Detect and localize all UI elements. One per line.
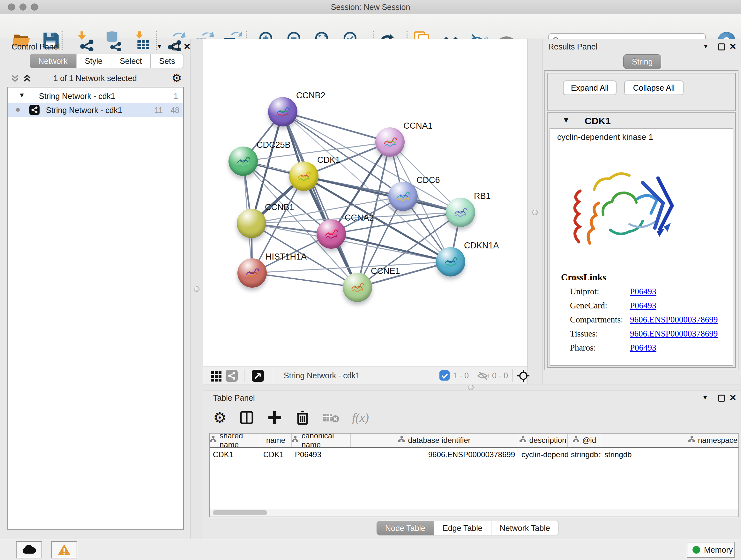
column-label: name bbox=[266, 436, 285, 445]
results-panel-close-icon[interactable]: ✕ bbox=[729, 42, 737, 52]
network-edge-count: 48 bbox=[171, 106, 179, 115]
column-header-namespace[interactable]: namespace bbox=[601, 434, 739, 447]
fit-selected-crosshair-icon[interactable] bbox=[517, 369, 530, 382]
protein-ribbon-thumb bbox=[440, 252, 461, 271]
node-RB1[interactable] bbox=[446, 198, 475, 227]
import-network-from-database-button[interactable] bbox=[103, 30, 124, 51]
table-header-row: shared namenamecanonical namedatabase id… bbox=[210, 434, 738, 448]
birdseye-view-icon[interactable] bbox=[252, 370, 264, 382]
node-CDK1[interactable] bbox=[289, 162, 319, 191]
selected-node-edge-counts: 1 - 0 bbox=[453, 371, 469, 380]
table-cell: CDK1 bbox=[210, 450, 260, 459]
column-header-sharedname[interactable]: shared name bbox=[210, 434, 260, 447]
crosslink-value[interactable]: 9606.ENSP00000378699 bbox=[630, 315, 718, 325]
main-toolbar: ? bbox=[0, 14, 741, 39]
hidden-eye-icon[interactable] bbox=[477, 371, 490, 381]
results-panel-menu-icon[interactable]: ▾ bbox=[704, 42, 708, 51]
crosslink-value[interactable]: P06493 bbox=[630, 287, 657, 297]
node-label-RB1: RB1 bbox=[474, 191, 491, 201]
bottom-splitter[interactable] bbox=[203, 384, 741, 390]
node-CCNA2[interactable] bbox=[317, 219, 346, 249]
node-label-CCNA1: CCNA1 bbox=[403, 121, 433, 131]
collection-expand-icon[interactable]: ▼ bbox=[18, 91, 25, 99]
tab-network[interactable]: Network bbox=[30, 54, 76, 68]
column-header-canonicalname[interactable]: canonical name bbox=[292, 434, 351, 447]
column-header-description[interactable]: description bbox=[518, 434, 568, 447]
table-panel-title: Table Panel bbox=[213, 393, 255, 402]
node-CDC25B[interactable] bbox=[228, 146, 258, 176]
network-row-selected[interactable]: String Network - cdk1 11 48 bbox=[8, 103, 183, 117]
network-collection-row[interactable]: ▼ String Network - cdk1 1 bbox=[8, 89, 183, 103]
warnings-button[interactable] bbox=[51, 541, 77, 558]
tab-select[interactable]: Select bbox=[111, 54, 150, 68]
control-panel-float-icon[interactable] bbox=[172, 44, 179, 51]
tab-network-table[interactable]: Network Table bbox=[491, 521, 559, 536]
right-splitter[interactable] bbox=[527, 39, 542, 384]
network-canvas[interactable]: CCNB2CCNA1CDC25BCDK1CDC6RB1CCNB1CCNA2CDK… bbox=[203, 39, 527, 367]
delete-column-icon[interactable] bbox=[295, 410, 310, 425]
show-columns-icon[interactable] bbox=[239, 410, 254, 425]
cloud-status-button[interactable] bbox=[16, 541, 42, 558]
tab-edge-table[interactable]: Edge Table bbox=[434, 521, 491, 536]
node-CCNE1[interactable] bbox=[343, 273, 372, 302]
add-column-icon[interactable] bbox=[267, 410, 282, 425]
column-header-databaseidentifier[interactable]: database identifier bbox=[351, 434, 518, 447]
control-panel-close-icon[interactable]: ✕ bbox=[184, 42, 191, 52]
table-horizontal-scrollbar[interactable] bbox=[210, 509, 738, 516]
import-table-button[interactable] bbox=[132, 30, 153, 51]
table-panel-float-icon[interactable] bbox=[718, 395, 725, 401]
node-CDC6[interactable] bbox=[388, 182, 418, 211]
collection-count: 1 bbox=[174, 91, 178, 101]
network-options-gear-icon[interactable]: ⚙ bbox=[172, 71, 182, 85]
node-CCNB2[interactable] bbox=[268, 97, 297, 126]
table-panel-menu-icon[interactable]: ▾ bbox=[703, 393, 707, 401]
edge-CCNB2-CCNA1[interactable] bbox=[283, 112, 390, 142]
memory-button[interactable]: Memory bbox=[687, 542, 735, 558]
protein-ribbon-thumb bbox=[347, 277, 368, 297]
delete-table-icon[interactable] bbox=[323, 411, 339, 424]
edge-CDKN1A-HIST1H1A[interactable] bbox=[252, 262, 451, 273]
table-row[interactable]: CDK1CDK1P064939606.ENSP00000378699cyclin… bbox=[210, 448, 738, 462]
right-splitter-knob[interactable] bbox=[532, 210, 538, 215]
function-builder-icon[interactable]: f(x) bbox=[352, 411, 369, 425]
column-header-id[interactable]: @id bbox=[568, 434, 601, 447]
node-CCNA1[interactable] bbox=[375, 127, 405, 157]
edge-CCNB2-RB1[interactable] bbox=[283, 112, 461, 212]
protein-ribbon-thumb bbox=[232, 151, 254, 171]
node-HIST1H1A[interactable] bbox=[238, 258, 267, 288]
left-splitter-knob[interactable] bbox=[194, 287, 199, 292]
protein-collapse-icon[interactable]: ▼ bbox=[562, 116, 570, 125]
left-splitter[interactable] bbox=[190, 39, 203, 539]
selected-checkbox-icon[interactable] bbox=[440, 370, 450, 381]
results-panel-float-icon[interactable] bbox=[718, 44, 725, 51]
node-label-CDC6: CDC6 bbox=[416, 175, 440, 185]
grid-view-icon[interactable] bbox=[210, 370, 222, 382]
crosslink-row: Compartments:9606.ENSP00000378699 bbox=[570, 315, 718, 325]
tab-sets[interactable]: Sets bbox=[151, 54, 184, 68]
node-CCNB1[interactable] bbox=[237, 209, 266, 238]
expand-all-button[interactable]: Expand All bbox=[563, 80, 616, 95]
table-panel-close-icon[interactable]: ✕ bbox=[729, 393, 737, 403]
tab-string[interactable]: String bbox=[623, 54, 661, 69]
column-label: shared name bbox=[219, 433, 260, 449]
import-network-button[interactable] bbox=[76, 30, 97, 51]
control-panel-menu-icon[interactable]: ▾ bbox=[158, 42, 161, 51]
crosslinks-list: Uniprot:P06493GeneCard:P06493Compartment… bbox=[570, 287, 718, 353]
database-icon bbox=[103, 30, 124, 51]
tab-node-table[interactable]: Node Table bbox=[377, 521, 434, 536]
crosslink-label: Compartments: bbox=[570, 315, 630, 325]
bottom-splitter-knob[interactable] bbox=[468, 385, 474, 390]
crosslink-value[interactable]: 9606.ENSP00000378699 bbox=[630, 329, 718, 339]
crosslink-value[interactable]: P06493 bbox=[630, 301, 657, 311]
node-CDKN1A[interactable] bbox=[436, 247, 465, 276]
column-header-name[interactable]: name bbox=[260, 434, 292, 447]
network-type-icon bbox=[29, 105, 40, 115]
table-settings-gear-icon[interactable]: ⚙ bbox=[213, 409, 226, 426]
collapse-all-button[interactable]: Collapse All bbox=[624, 80, 684, 95]
shared-column-icon bbox=[572, 436, 580, 445]
network-thumb-icon[interactable] bbox=[226, 370, 238, 382]
scrollbar-thumb[interactable] bbox=[213, 510, 267, 515]
edge-HIST1H1A-CCNE1[interactable] bbox=[252, 273, 357, 287]
crosslink-value[interactable]: P06493 bbox=[630, 343, 657, 353]
tab-style[interactable]: Style bbox=[76, 54, 111, 68]
